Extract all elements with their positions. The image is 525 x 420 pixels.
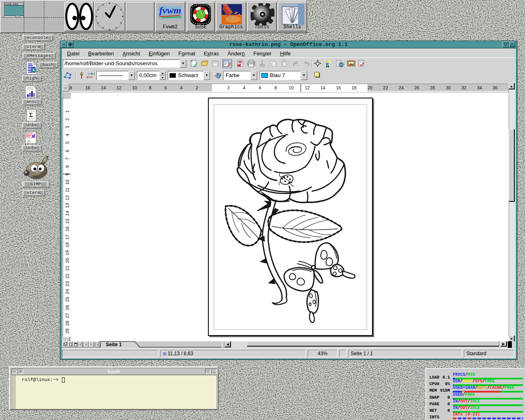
svg-text:Σ: Σ (29, 112, 33, 118)
